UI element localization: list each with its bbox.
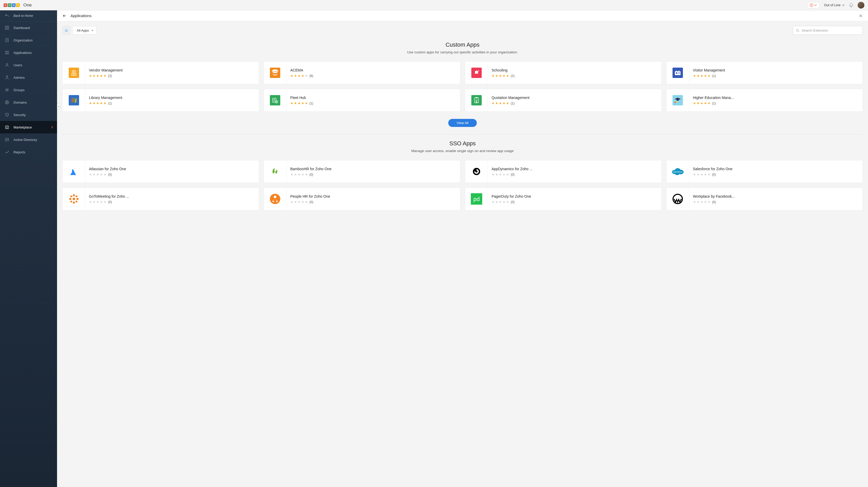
svg-text:pd: pd (473, 196, 479, 202)
app-card-body: BambooHR for Zoho One★★★★★(0) (287, 160, 460, 183)
app-name: ACEMA (290, 68, 457, 72)
star-icon: ★ (89, 200, 92, 204)
svg-rect-4 (7, 28, 9, 30)
back-label: Back to Home (13, 14, 33, 18)
search-input[interactable] (802, 29, 860, 32)
sidebar-item-organization[interactable]: Organization (0, 34, 57, 46)
rating-row: ★★★★★(0) (290, 173, 457, 176)
avatar[interactable] (858, 2, 864, 8)
star-icon: ★ (704, 102, 707, 105)
app-card[interactable]: Workplace by Facebook...★★★★★(0) (666, 188, 863, 210)
home-button[interactable] (62, 26, 70, 34)
rating-count: (0) (108, 173, 112, 176)
search-icon (796, 29, 800, 32)
sidebar-item-groups[interactable]: Groups (0, 84, 57, 96)
app-card[interactable]: Vendor Management★★★★★(3) (62, 61, 259, 84)
star-icon: ★ (495, 173, 498, 176)
workspace-switcher[interactable]: Out of Line (824, 3, 845, 7)
page-title: Applications (70, 13, 92, 18)
app-card[interactable]: pdPagerDuty for Zoho One★★★★★(0) (465, 188, 662, 210)
rating-count: (1) (712, 102, 716, 105)
star-icon: ★ (305, 74, 308, 77)
apps-filter-dropdown[interactable]: All Apps (73, 26, 96, 34)
header-left: Z O H O One (4, 3, 32, 8)
app-card-body: GoToMeeting for Zoho ...★★★★★(0) (85, 188, 259, 210)
star-icon: ★ (492, 102, 495, 105)
app-card[interactable]: Visitor Management★★★★★(1) (666, 61, 863, 84)
sidebar-item-domains[interactable]: Domains (0, 96, 57, 108)
svg-point-47 (73, 194, 75, 196)
star-icon: ★ (696, 173, 700, 176)
app-card-body: ACEMA★★★★★(6) (287, 62, 460, 84)
svg-rect-28 (73, 98, 75, 103)
content: All Apps Custom Apps Use custom apps for… (57, 21, 868, 487)
star-icon: ★ (298, 173, 301, 176)
app-name: Atlassian for Zoho One (89, 167, 255, 171)
sidebar-item-active-directory[interactable]: Active Directory (0, 133, 57, 146)
star-icon: ★ (506, 102, 509, 105)
app-card[interactable]: BambooHR for Zoho One★★★★★(0) (264, 160, 460, 183)
star-rating: ★★★★★ (290, 173, 308, 176)
svg-point-13 (7, 89, 8, 90)
star-icon: ★ (290, 74, 293, 77)
star-icon: ★ (290, 173, 293, 176)
app-card[interactable]: AppDynamics for Zoho ...★★★★★(0) (465, 160, 662, 183)
rating-row: ★★★★★(0) (89, 173, 255, 176)
star-rating: ★★★★★ (89, 200, 106, 204)
main: Applications All Apps (57, 10, 868, 487)
app-card-body: Schooling★★★★★(2) (488, 62, 661, 84)
app-icon-box: salesforce (666, 160, 689, 183)
app-icon-box (62, 89, 85, 111)
star-icon: ★ (492, 173, 495, 176)
app-card[interactable]: Schooling★★★★★(2) (465, 61, 662, 84)
header-right: Out of Line (807, 2, 864, 8)
rating-row: ★★★★★(3) (89, 74, 255, 78)
back-arrow-icon[interactable] (62, 13, 67, 18)
app-card[interactable]: salesforceSalesforce for Zoho One★★★★★(0… (666, 160, 863, 183)
star-icon: ★ (100, 74, 103, 77)
svg-point-25 (676, 72, 677, 74)
app-card[interactable]: Higher Education Mana...★★★★★(1) (666, 89, 863, 112)
star-icon: ★ (93, 74, 96, 77)
rating-count: (0) (310, 173, 313, 176)
search-box[interactable] (793, 26, 863, 35)
sidebar-item-applications[interactable]: Applications (0, 46, 57, 59)
section-subtitle: Manage user access, enable single sign o… (62, 149, 863, 153)
app-card[interactable]: People HR for Zoho One★★★★★(0) (264, 188, 460, 210)
chevron-down-icon (842, 4, 845, 6)
app-card[interactable]: GoToMeeting for Zoho ...★★★★★(0) (62, 188, 259, 210)
view-all-button[interactable]: View All (448, 119, 476, 127)
sidebar-item-users[interactable]: Users (0, 59, 57, 71)
back-to-home[interactable]: Back to Home (0, 10, 57, 22)
sidebar-item-label: Active Directory (13, 138, 37, 142)
sidebar-item-admins[interactable]: Admins (0, 71, 57, 84)
rating-count: (1) (511, 102, 515, 105)
rating-count: (1) (310, 102, 313, 105)
star-rating: ★★★★★ (290, 74, 308, 77)
sidebar-item-marketplace[interactable]: Marketplace (0, 121, 57, 133)
app-card[interactable]: ACEMAACEMA★★★★★(6) (264, 61, 460, 84)
app-card[interactable]: Atlassian for Zoho One★★★★★(0) (62, 160, 259, 183)
sidebar-item-dashboard[interactable]: Dashboard (0, 22, 57, 34)
star-icon: ★ (305, 200, 308, 204)
svg-point-40 (675, 102, 676, 103)
app-icon-box (666, 89, 689, 111)
svg-rect-2 (7, 26, 9, 27)
bell-icon[interactable] (849, 3, 854, 7)
star-icon: ★ (100, 102, 103, 105)
app-icon-box (465, 62, 488, 84)
sidebar-collapse-handle[interactable]: ◂ (57, 104, 60, 109)
page-header: Applications (57, 10, 868, 21)
svg-point-49 (69, 198, 71, 200)
app-card[interactable]: Library Management★★★★★(1) (62, 89, 259, 112)
star-icon: ★ (696, 200, 700, 204)
star-icon: ★ (704, 74, 707, 77)
app-card[interactable]: Fleet Hub★★★★★(1) (264, 89, 460, 112)
star-icon: ★ (301, 173, 304, 176)
sidebar-item-reports[interactable]: Reports (0, 146, 57, 158)
sidebar-item-security[interactable]: Security (0, 108, 57, 121)
app-card[interactable]: $Quotation Management★★★★★(1) (465, 89, 662, 112)
app-card-body: Higher Education Mana...★★★★★(1) (689, 89, 863, 111)
getting-started-pill[interactable] (807, 2, 820, 8)
close-icon[interactable] (859, 14, 863, 18)
